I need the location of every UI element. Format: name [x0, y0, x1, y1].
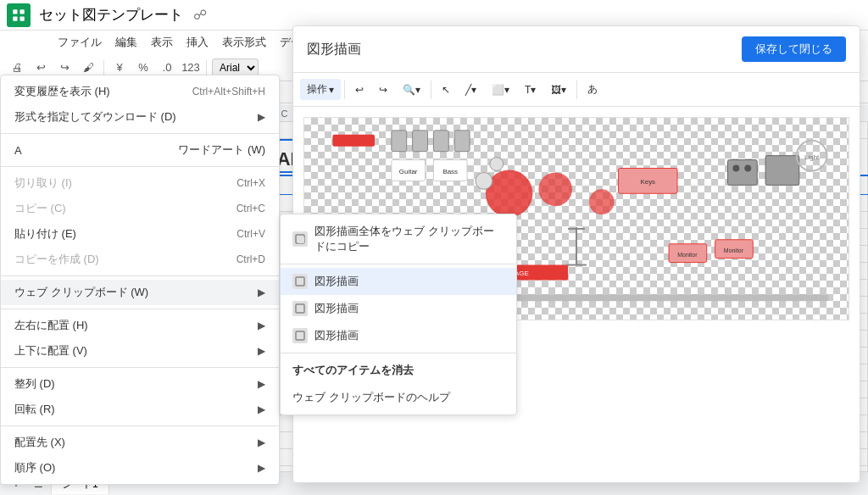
dt-sep2 [431, 81, 431, 99]
operations-menu[interactable]: 操作 ▾ [300, 79, 341, 100]
dt-sep1 [344, 81, 345, 99]
cm-shortcut-copy: Ctrl+C [236, 203, 265, 214]
svg-rect-2 [20, 9, 25, 14]
svg-text:Light: Light [804, 153, 820, 161]
cm-arrow-rotate: ▶ [258, 403, 265, 415]
sm-sep2 [281, 353, 516, 353]
cursor-tool-button[interactable]: ↖ [435, 81, 457, 99]
drawing-toolbar: 操作 ▾ ↩ ↪ 🔍▾ ↖ ╱▾ ⬜▾ T▾ 🖼▾ あ [293, 73, 860, 107]
sm-icon-copy-all [292, 231, 308, 247]
sm-label-copy-all: 図形描画全体をウェブ クリップボードにコピー [314, 224, 504, 254]
cm-label-download: 形式を指定してダウンロード (D) [14, 109, 176, 125]
svg-rect-42 [296, 304, 304, 313]
svg-text:Monitor: Monitor [724, 248, 744, 253]
cm-label-history: 変更履歴を表示 (H) [14, 84, 110, 99]
svg-rect-0 [13, 9, 17, 14]
cm-item-clipboard[interactable]: ウェブ クリップボード (W) ▶ [1, 280, 279, 305]
sm-label-clear-all: すべてのアイテムを消去 [292, 363, 414, 378]
svg-rect-43 [296, 331, 304, 340]
cm-sep6 [1, 425, 279, 426]
shapes-tool-button[interactable]: ⬜▾ [485, 81, 516, 99]
line-tool-button[interactable]: ╱▾ [459, 81, 483, 99]
cm-item-align-h[interactable]: 左右に配置 (H) ▶ [1, 313, 279, 338]
chevron-down-icon: ▾ [329, 84, 334, 96]
svg-rect-7 [454, 131, 470, 152]
svg-point-14 [589, 189, 615, 214]
cm-label-align-v: 上下に配置 (V) [14, 343, 87, 359]
cm-label-align-h: 左右に配置 (H) [14, 318, 88, 333]
cm-label-rotate: 回転 (R) [14, 402, 55, 417]
stage-element-1 [332, 135, 375, 147]
menu-format[interactable]: 表示形式 [215, 33, 273, 52]
cm-arrow-download: ▶ [258, 111, 265, 123]
cloud-icon: ☍ [193, 7, 207, 23]
sm-item-clear-all[interactable]: すべてのアイテムを消去 [281, 357, 516, 384]
menu-insert[interactable]: 挿入 [180, 33, 215, 52]
svg-rect-6 [433, 131, 448, 152]
image-tool-button[interactable]: 🖼▾ [544, 81, 573, 99]
cm-item-paste[interactable]: 貼り付け (E) Ctrl+V [1, 221, 279, 247]
context-menu: 変更履歴を表示 (H) Ctrl+Alt+Shift+H 形式を指定してダウンロ… [0, 75, 280, 485]
sm-item-copy-all[interactable]: 図形描画全体をウェブ クリップボードにコピー [281, 218, 516, 260]
redo-drawing-button[interactable]: ↪ [372, 81, 394, 99]
svg-rect-4 [392, 131, 407, 152]
cm-label-clipboard: ウェブ クリップボード (W) [14, 285, 148, 300]
sm-label-help: ウェブ クリップボードのヘルプ [292, 390, 450, 405]
cm-item-duplicate: コピーを作成 (D) Ctrl+D [1, 247, 279, 272]
svg-rect-40 [298, 236, 304, 243]
cm-item-rotate[interactable]: 回転 (R) ▶ [1, 397, 279, 422]
svg-point-33 [732, 165, 739, 172]
svg-point-13 [538, 172, 572, 206]
sep1 [103, 60, 104, 75]
cm-sep4 [1, 309, 279, 309]
svg-point-34 [744, 165, 751, 172]
cm-sep2 [1, 166, 279, 167]
sep2 [206, 60, 207, 75]
cm-label-duplicate: コピーを作成 (D) [14, 252, 99, 267]
cm-label-arrange: 整列 (D) [14, 376, 55, 392]
sm-label-drawing-1: 図形描画 [314, 274, 359, 289]
svg-text:Guitar: Guitar [399, 168, 418, 175]
cm-arrow-clipboard: ▶ [258, 286, 265, 298]
save-close-button[interactable]: 保存して閉じる [742, 36, 846, 62]
doc-title: セット図テンプレート [39, 5, 183, 25]
cm-sep5 [1, 367, 279, 368]
cm-shortcut-duplicate: Ctrl+D [236, 253, 265, 265]
sm-item-drawing-1[interactable]: 図形描画 [281, 268, 516, 295]
svg-point-12 [486, 170, 533, 217]
sm-item-drawing-3[interactable]: 図形描画 [281, 322, 516, 349]
cm-item-wordart[interactable]: A ワードアート (W) [1, 137, 279, 163]
japanese-text-button[interactable]: あ [581, 79, 604, 100]
text-tool-button[interactable]: T▾ [518, 81, 542, 99]
svg-rect-32 [728, 160, 758, 186]
menu-edit[interactable]: 編集 [108, 33, 144, 52]
dialog-header: 図形描画 保存して閉じる [293, 26, 860, 73]
svg-point-15 [476, 172, 492, 189]
sm-item-help[interactable]: ウェブ クリップボードのヘルプ [281, 384, 516, 411]
cm-item-history[interactable]: 変更履歴を表示 (H) Ctrl+Alt+Shift+H [1, 79, 279, 104]
cm-label-position: 配置先 (X) [14, 435, 65, 450]
cm-item-align-v[interactable]: 上下に配置 (V) ▶ [1, 338, 279, 364]
cm-arrow-order: ▶ [258, 462, 265, 474]
cm-item-order[interactable]: 順序 (O) ▶ [1, 455, 279, 481]
cm-label-order: 順序 (O) [14, 460, 55, 476]
svg-text:Keys: Keys [640, 178, 655, 186]
sm-icon-drawing-1 [292, 274, 308, 289]
menu-view[interactable]: 表示 [144, 33, 180, 52]
sm-item-drawing-2[interactable]: 図形描画 [281, 295, 516, 322]
cm-item-download[interactable]: 形式を指定してダウンロード (D) ▶ [1, 104, 279, 130]
dialog-title: 図形描画 [307, 41, 361, 58]
undo-drawing-button[interactable]: ↩ [348, 81, 370, 99]
sm-label-drawing-2: 図形描画 [314, 301, 359, 316]
zoom-drawing-button[interactable]: 🔍▾ [396, 81, 427, 99]
cm-item-arrange[interactable]: 整列 (D) ▶ [1, 371, 279, 397]
svg-rect-5 [413, 131, 428, 152]
sm-icon-drawing-2 [292, 301, 308, 316]
svg-text:Monitor: Monitor [677, 252, 698, 258]
menu-file[interactable]: ファイル [51, 33, 108, 52]
svg-point-16 [490, 158, 504, 171]
cm-shortcut-paste: Ctrl+V [236, 228, 265, 240]
submenu: 図形描画全体をウェブ クリップボードにコピー 図形描画 図形描画 図形描画 すべ… [280, 214, 517, 415]
cm-label-copy: コピー (C) [14, 201, 66, 216]
cm-item-position[interactable]: 配置先 (X) ▶ [1, 430, 279, 455]
